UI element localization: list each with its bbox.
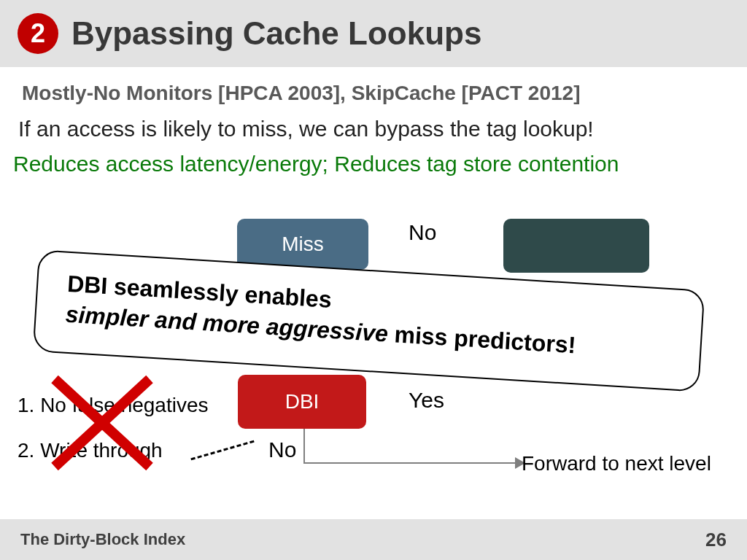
slide: 2 Bypassing Cache Lookups Mostly-No Moni…	[0, 0, 747, 560]
yes-label: Yes	[409, 388, 444, 413]
no-label: No	[409, 220, 436, 245]
arrow-vertical	[303, 429, 305, 464]
references-subtitle: Mostly-No Monitors [HPCA 2003], SkipCach…	[22, 82, 580, 105]
requirement-1: 1. No false negatives	[18, 394, 209, 417]
page-number: 26	[705, 529, 727, 551]
body-line-2: Reduces access latency/energy; Reduces t…	[13, 152, 619, 176]
callout-emphasis: simpler and more aggressive	[65, 300, 389, 346]
footer-title: The Dirty-Block Index	[20, 530, 185, 549]
requirement-2: 2. Write through	[18, 439, 163, 462]
section-badge: 2	[18, 13, 58, 54]
arrow-horizontal	[305, 462, 524, 464]
footer-bar: The Dirty-Block Index 26	[0, 519, 747, 560]
title-bar: 2 Bypassing Cache Lookups	[0, 0, 747, 67]
next-block-box	[503, 219, 649, 273]
slide-title: Bypassing Cache Lookups	[71, 15, 481, 52]
dashed-connector	[190, 440, 254, 461]
forward-label: Forward to next level	[522, 452, 711, 475]
no2-label: No	[268, 438, 296, 462]
callout-text-2: miss predictors!	[387, 320, 577, 358]
dbi-box: DBI	[238, 375, 366, 429]
body-line-1: If an access is likely to miss, we can b…	[18, 117, 594, 141]
